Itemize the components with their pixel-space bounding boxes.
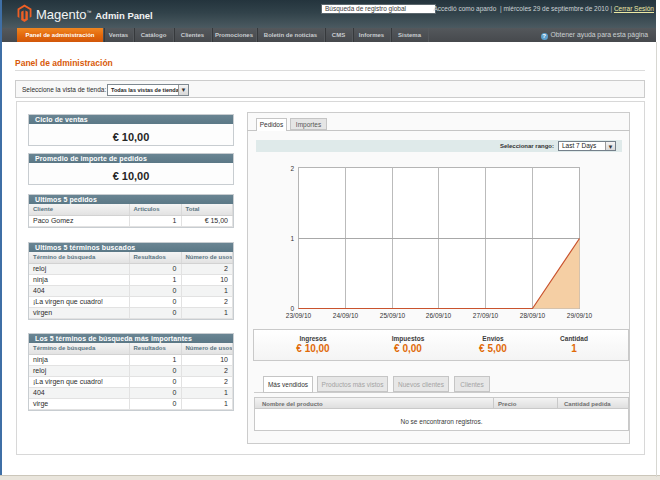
svg-text:29/09/10: 29/09/10: [567, 312, 593, 319]
svg-text:27/09/10: 27/09/10: [473, 312, 499, 319]
svg-text:25/09/10: 25/09/10: [380, 312, 406, 319]
svg-text:2: 2: [290, 165, 294, 172]
svg-text:23/09/10: 23/09/10: [286, 312, 312, 319]
svg-text:26/09/10: 26/09/10: [426, 312, 452, 319]
svg-text:24/09/10: 24/09/10: [333, 312, 359, 319]
svg-text:28/09/10: 28/09/10: [520, 312, 546, 319]
svg-text:1: 1: [290, 235, 294, 242]
